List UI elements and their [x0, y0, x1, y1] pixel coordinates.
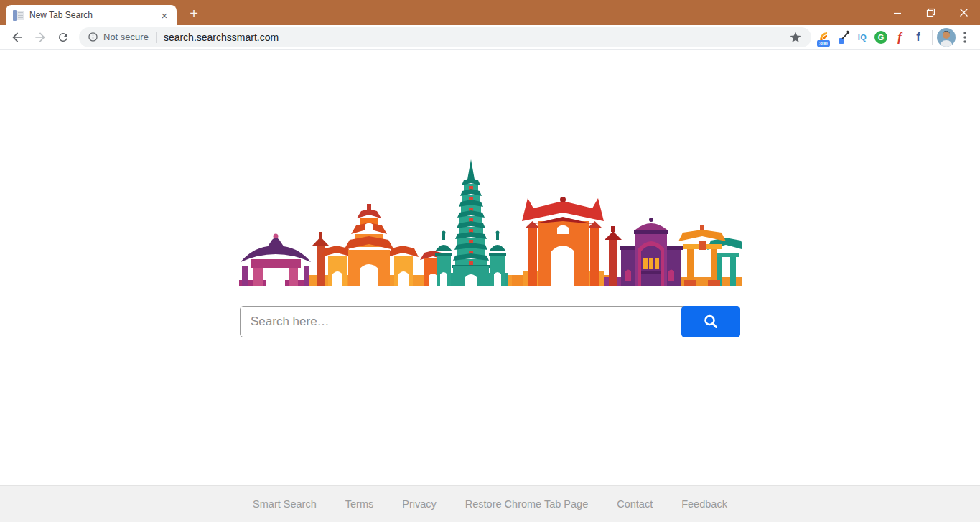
info-icon	[88, 32, 98, 42]
extensions-area: 300 IQ G f f	[816, 27, 974, 47]
browser-tab[interactable]: New Tab Search ×	[6, 5, 177, 25]
toolbar-separator	[932, 30, 933, 45]
feed-300-extension-icon[interactable]: 300	[816, 27, 834, 47]
url-text: search.searchssmart.com	[164, 32, 787, 43]
magnifier-icon	[701, 312, 720, 331]
iq-extension-icon[interactable]: IQ	[853, 27, 872, 47]
footer-link-privacy[interactable]: Privacy	[402, 498, 437, 510]
search-bar	[240, 306, 740, 337]
forward-icon[interactable]	[30, 27, 50, 47]
tab-favicon-icon	[13, 10, 24, 21]
footer-link-terms[interactable]: Terms	[345, 498, 373, 510]
site-security-chip[interactable]: Not secure	[88, 32, 149, 42]
hanoi-skyline-illustration	[239, 158, 742, 286]
eyedropper-extension-icon[interactable]	[834, 27, 853, 47]
footer: Smart Search Terms Privacy Restore Chrom…	[0, 485, 980, 522]
grammarly-extension-icon[interactable]: G	[872, 27, 890, 47]
bookmark-star-icon[interactable]	[787, 29, 804, 46]
extension-badge: 300	[817, 40, 830, 47]
page-content	[0, 50, 980, 485]
facebook-extension-icon[interactable]: f	[909, 27, 928, 47]
search-input[interactable]	[240, 306, 740, 337]
new-tab-button[interactable]: +	[184, 4, 204, 24]
reload-icon[interactable]	[53, 27, 73, 47]
back-icon[interactable]	[7, 27, 27, 47]
address-bar[interactable]: Not secure search.searchssmart.com	[79, 27, 811, 47]
footer-link-contact[interactable]: Contact	[617, 498, 653, 510]
security-label: Not secure	[103, 32, 149, 42]
omnibox-divider	[156, 32, 157, 43]
footer-link-feedback[interactable]: Feedback	[681, 498, 727, 510]
tab-title: New Tab Search	[29, 10, 158, 20]
browser-toolbar: Not secure search.searchssmart.com 300 I…	[0, 25, 980, 50]
font-f-extension-icon[interactable]: f	[890, 27, 909, 47]
profile-avatar[interactable]	[937, 28, 956, 47]
close-window-icon[interactable]	[947, 0, 980, 25]
search-button[interactable]	[681, 306, 740, 337]
window-controls	[881, 0, 980, 25]
minimize-icon[interactable]	[881, 0, 914, 25]
browser-titlebar: New Tab Search × +	[0, 0, 980, 25]
browser-menu-icon[interactable]	[956, 27, 974, 47]
tab-close-icon[interactable]: ×	[158, 9, 171, 22]
restore-icon[interactable]	[914, 0, 947, 25]
footer-link-smart-search[interactable]: Smart Search	[253, 498, 317, 510]
footer-link-restore-chrome-tab-page[interactable]: Restore Chrome Tab Page	[465, 498, 588, 510]
